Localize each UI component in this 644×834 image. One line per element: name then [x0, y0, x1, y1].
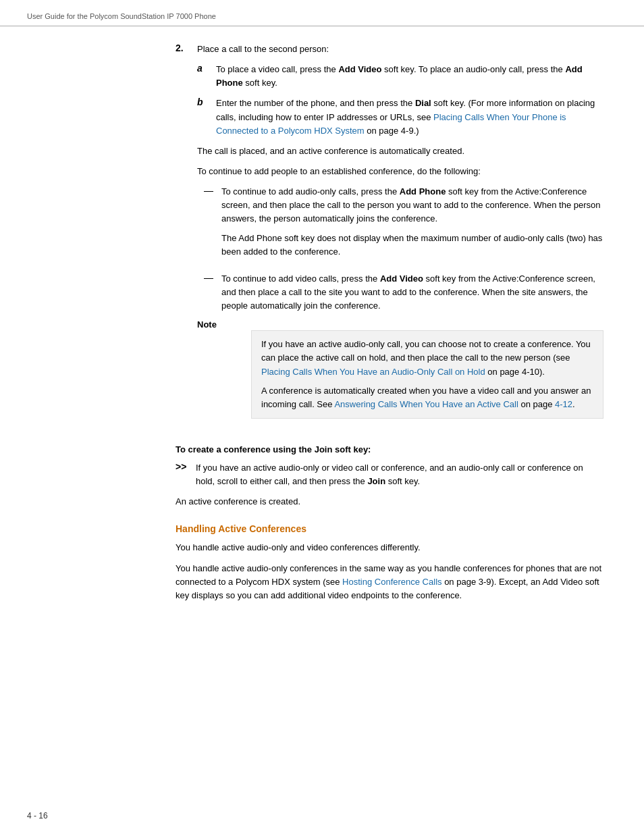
- step-number: 2.: [176, 43, 190, 429]
- bullet1-extra: The Add Phone soft key does not display …: [221, 232, 603, 259]
- note2-text2: on page: [518, 399, 555, 409]
- sub-a-text1: To place a video call, press the: [216, 64, 338, 74]
- note-row: Note If you have an active audio-only ca…: [197, 319, 603, 429]
- bullet-dash-2: —: [204, 272, 215, 313]
- note-para-1: If you have an active audio-only call, y…: [261, 338, 593, 378]
- page-number: 4 - 16: [27, 811, 48, 820]
- note1-text2: on page 4-10).: [485, 367, 545, 377]
- join-heading: To create a conference using the Join so…: [176, 444, 603, 454]
- header-text: User Guide for the Polycom SoundStation …: [27, 12, 216, 20]
- handling-para1: You handle active audio-only and video c…: [176, 541, 603, 554]
- bullet-content-2: To continue to add video calls, press th…: [221, 272, 603, 313]
- main-list: 2. Place a call to the second person: a …: [176, 43, 603, 602]
- note-para-2: A conference is automatically created wh…: [261, 384, 593, 411]
- note-box: If you have an active audio-only call, y…: [251, 330, 603, 419]
- page: User Guide for the Polycom SoundStation …: [0, 0, 644, 834]
- sub-item-b: b Enter the number of the phone, and the…: [197, 97, 603, 137]
- sub-content-a: To place a video call, press the Add Vid…: [216, 63, 603, 90]
- join-step-content: If you have an active audio-only or vide…: [196, 461, 603, 488]
- sub-a-text2: soft key. To place an audio-only call, p…: [381, 64, 565, 74]
- note1-text1: If you have an active audio-only call, y…: [261, 339, 591, 363]
- handling-link[interactable]: Hosting Conference Calls: [342, 577, 441, 587]
- join-result: An active conference is created.: [176, 495, 603, 509]
- step-content: Place a call to the second person: a To …: [197, 43, 603, 429]
- sub-a-bold1: Add Video: [338, 64, 381, 74]
- bullet2-bold1: Add Video: [380, 273, 423, 284]
- note2-link2[interactable]: 4-12: [555, 399, 572, 409]
- sub-label-a: a: [197, 63, 209, 90]
- sub-b-text1: Enter the number of the phone, and then …: [216, 98, 415, 108]
- sub-b-text3: on page 4-9.): [365, 126, 419, 136]
- note2-text3: .: [572, 399, 575, 409]
- para2: To continue to add people to an establis…: [197, 165, 603, 178]
- page-header: User Guide for the Polycom SoundStation …: [0, 0, 644, 26]
- bullet-dash-1: —: [204, 185, 215, 265]
- note-label: Note: [197, 319, 238, 429]
- sub-b-bold1: Dial: [415, 98, 431, 108]
- sub-a-text3: soft key.: [243, 78, 277, 88]
- step-2: 2. Place a call to the second person: a …: [176, 43, 603, 429]
- bullet-item-1: — To continue to add audio-only calls, p…: [204, 185, 603, 265]
- join-step: >> If you have an active audio-only or v…: [176, 461, 603, 488]
- bullet-list: — To continue to add audio-only calls, p…: [204, 185, 603, 313]
- sub-list: a To place a video call, press the Add V…: [197, 63, 603, 138]
- bullet-item-2: — To continue to add video calls, press …: [204, 272, 603, 313]
- para1: The call is placed, and an active confer…: [197, 145, 603, 158]
- sub-label-b: b: [197, 97, 209, 137]
- sub-item-a: a To place a video call, press the Add V…: [197, 63, 603, 90]
- bullet1-text1: To continue to add audio-only calls, pre…: [221, 186, 400, 197]
- bullet-content-1: To continue to add audio-only calls, pre…: [221, 185, 603, 265]
- sub-content-b: Enter the number of the phone, and then …: [216, 97, 603, 137]
- main-content: 2. Place a call to the second person: a …: [0, 26, 644, 636]
- bullet1-bold1: Add Phone: [400, 186, 446, 197]
- step-label: Place a call to the second person:: [197, 43, 603, 56]
- note1-link[interactable]: Placing Calls When You Have an Audio-Onl…: [261, 367, 485, 377]
- bullet2-text1: To continue to add video calls, press th…: [221, 273, 380, 284]
- join-arrow-symbol: >>: [176, 461, 190, 488]
- join-text2: soft key.: [385, 476, 420, 486]
- join-bold1: Join: [367, 476, 385, 486]
- note2-link1[interactable]: Answering Calls When You Have an Active …: [334, 399, 518, 409]
- handling-para2: You handle active audio-only conferences…: [176, 562, 603, 602]
- handling-heading: Handling Active Conferences: [176, 523, 603, 534]
